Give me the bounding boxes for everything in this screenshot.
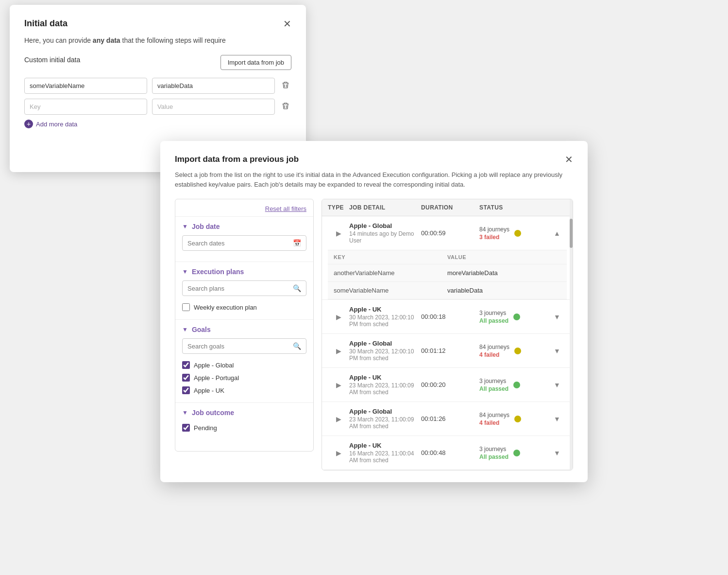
expand-button-5[interactable]: ▼ <box>547 415 567 423</box>
job-status-5: 84 journeys 4 failed <box>479 412 547 426</box>
chevron-down-icon-4: ▼ <box>182 409 188 416</box>
delete-row-1-button[interactable] <box>280 79 291 93</box>
play-button-1[interactable]: ▶ <box>328 229 349 237</box>
search-plans-box: 🔍 <box>182 280 306 296</box>
data-row-2 <box>24 99 291 115</box>
job-status-6: 3 journeys All passed <box>479 446 547 460</box>
outcome-pending-checkbox[interactable] <box>182 424 190 432</box>
job-detail-2: Apple - UK 30 March 2023, 12:00:10 PM fr… <box>349 306 421 328</box>
scrollbar-thumb <box>570 219 573 248</box>
search-goals-icon: 🔍 <box>293 342 301 350</box>
play-button-2[interactable]: ▶ <box>328 313 349 321</box>
job-detail-1: Apple - Global 14 minutes ago by Demo Us… <box>349 222 421 244</box>
job-status-4: 3 journeys All passed <box>479 378 547 392</box>
job-date-section: ▼ Job date 📅 <box>175 216 313 261</box>
execution-plans-section: ▼ Execution plans 🔍 Weekly execution pla… <box>175 261 313 319</box>
modal-subtitle: Here, you can provide any data that the … <box>24 36 291 44</box>
job-row-1: ▶ Apple - Global 14 minutes ago by Demo … <box>322 216 573 300</box>
import-data-from-job-button[interactable]: Import data from job <box>220 55 291 70</box>
expanded-row-1: anotherVariableName moreVariableData <box>328 264 567 282</box>
job-detail-3: Apple - Global 30 March 2023, 12:00:10 P… <box>349 340 421 362</box>
expanded-row-2: someVariableName variableData <box>328 282 567 299</box>
search-icon: 🔍 <box>293 284 301 292</box>
job-detail-5: Apple - Global 23 March 2023, 11:00:09 A… <box>349 408 421 430</box>
weekly-plan-checkbox[interactable] <box>182 303 190 311</box>
data-row-1 <box>24 78 291 94</box>
search-plans-input[interactable] <box>187 285 289 292</box>
import-job-body: Reset all filters ▼ Job date 📅 ▼ Executi… <box>175 199 573 470</box>
value-input-2[interactable] <box>152 99 275 115</box>
add-more-data-button[interactable]: + Add more data <box>24 120 77 128</box>
jobs-table-header: Type Job detail Duration Status <box>322 199 573 216</box>
chevron-down-icon-3: ▼ <box>182 326 188 333</box>
delete-row-2-button[interactable] <box>280 100 291 114</box>
col-status: Status <box>479 204 547 211</box>
reset-all-filters-button[interactable]: Reset all filters <box>265 205 306 212</box>
search-goals-box: 🔍 <box>182 338 306 354</box>
expand-button-6[interactable]: ▼ <box>547 449 567 457</box>
import-job-modal: Import data from a previous job ✕ Select… <box>160 141 588 482</box>
job-row-3: ▶ Apple - Global 30 March 2023, 12:00:10… <box>322 334 573 368</box>
goal-apple-global: Apple - Global <box>182 359 306 371</box>
status-dot-2 <box>513 314 520 320</box>
initial-data-close-button[interactable]: ✕ <box>283 19 291 29</box>
status-dot-1 <box>514 230 521 237</box>
job-outcome-header[interactable]: ▼ Job outcome <box>182 409 306 417</box>
job-date-header[interactable]: ▼ Job date <box>182 223 306 230</box>
jobs-panel: Type Job detail Duration Status ▶ Apple … <box>322 199 573 470</box>
goal-apple-portugal-checkbox[interactable] <box>182 374 190 382</box>
expand-button-4[interactable]: ▼ <box>547 381 567 389</box>
modal-header: Initial data ✕ <box>24 18 291 29</box>
play-button-3[interactable]: ▶ <box>328 347 349 355</box>
chevron-down-icon-2: ▼ <box>182 268 188 275</box>
status-dot-4 <box>513 382 520 388</box>
search-dates-input[interactable] <box>187 240 289 247</box>
job-outcome-section: ▼ Job outcome Pending <box>175 402 313 440</box>
goals-header[interactable]: ▼ Goals <box>182 326 306 333</box>
key-input-2[interactable] <box>24 99 147 115</box>
play-button-6[interactable]: ▶ <box>328 449 349 457</box>
job-row-6: ▶ Apple - UK 16 March 2023, 11:00:04 AM … <box>322 436 573 470</box>
weekly-plan-item: Weekly execution plan <box>182 301 306 314</box>
key-input-1[interactable] <box>24 78 147 94</box>
import-job-header: Import data from a previous job ✕ <box>175 155 573 164</box>
plus-icon: + <box>24 120 33 128</box>
import-job-close-button[interactable]: ✕ <box>565 155 573 164</box>
import-job-description: Select a job from the list on the right … <box>175 170 573 189</box>
chevron-down-icon: ▼ <box>182 223 188 230</box>
job-row-4: ▶ Apple - UK 23 March 2023, 11:00:09 AM … <box>322 368 573 402</box>
goal-apple-global-checkbox[interactable] <box>182 361 190 369</box>
filter-reset-row: Reset all filters <box>175 199 313 216</box>
goals-section: ▼ Goals 🔍 Apple - Global Apple - Portuga… <box>175 319 313 402</box>
calendar-icon: 📅 <box>293 239 301 247</box>
col-job-detail: Job detail <box>349 204 421 211</box>
goal-apple-uk: Apple - UK <box>182 384 306 397</box>
scrollbar[interactable] <box>570 199 573 470</box>
search-dates-box: 📅 <box>182 235 306 251</box>
goal-apple-uk-checkbox[interactable] <box>182 386 190 394</box>
job-detail-6: Apple - UK 16 March 2023, 11:00:04 AM fr… <box>349 442 421 464</box>
job-status-1: 84 journeys 3 failed <box>479 226 547 241</box>
job-expanded-1: KEY VALUE anotherVariableName moreVariab… <box>328 250 567 299</box>
job-detail-4: Apple - UK 23 March 2023, 11:00:09 AM fr… <box>349 374 421 396</box>
status-dot-6 <box>513 450 520 456</box>
expand-button-2[interactable]: ▼ <box>547 313 567 321</box>
search-goals-input[interactable] <box>187 343 289 350</box>
collapse-button-1[interactable]: ▲ <box>547 229 567 237</box>
job-status-3: 84 journeys 4 failed <box>479 344 547 358</box>
col-type: Type <box>328 204 349 211</box>
goal-apple-portugal: Apple - Portugal <box>182 371 306 384</box>
status-dot-3 <box>514 348 521 354</box>
import-row: Custom initial data Import data from job <box>24 55 291 70</box>
job-row-5: ▶ Apple - Global 23 March 2023, 11:00:09… <box>322 402 573 436</box>
job-status-2: 3 journeys All passed <box>479 310 547 324</box>
outcome-pending-item: Pending <box>182 421 306 434</box>
value-input-1[interactable] <box>152 78 275 94</box>
import-job-title: Import data from a previous job <box>175 155 299 164</box>
play-button-5[interactable]: ▶ <box>328 415 349 423</box>
col-duration: Duration <box>421 204 479 211</box>
play-button-4[interactable]: ▶ <box>328 381 349 389</box>
expand-button-3[interactable]: ▼ <box>547 347 567 355</box>
status-dot-5 <box>514 416 521 422</box>
execution-plans-header[interactable]: ▼ Execution plans <box>182 268 306 276</box>
